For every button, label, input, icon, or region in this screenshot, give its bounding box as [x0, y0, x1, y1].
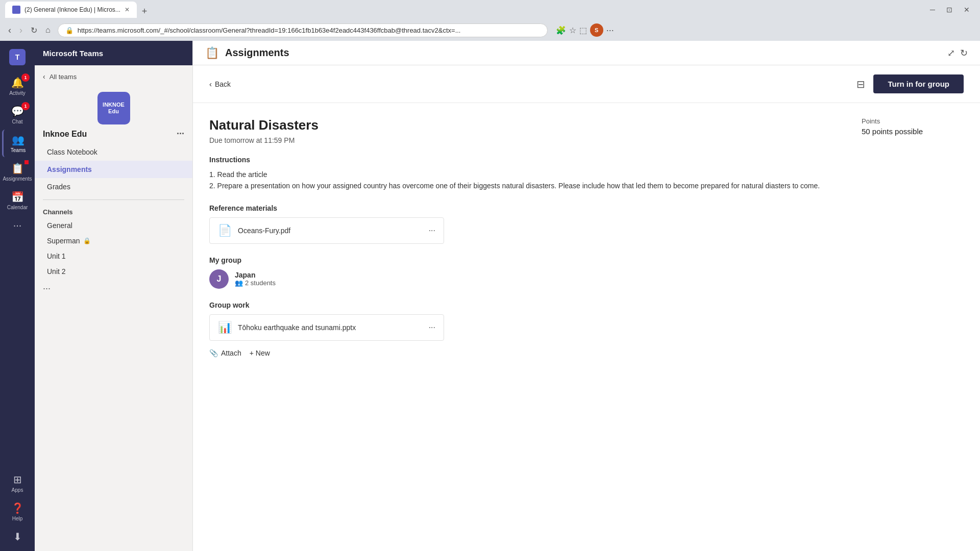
group-file-more-button[interactable]: ··· — [429, 323, 435, 332]
header-icon-area: 📋 Assignments — [205, 46, 289, 60]
browser-extra-buttons: 🧩 ☆ ⬚ S ··· — [556, 23, 614, 37]
channel-unit1[interactable]: Unit 1 — [35, 248, 192, 264]
superman-channel-label: Superman — [47, 237, 80, 245]
reference-section: Reference materials 📄 Oceans-Fury.pdf ··… — [209, 204, 837, 244]
sidebar-nav-class-notebook[interactable]: Class Notebook — [35, 143, 192, 161]
group-label: My group — [209, 256, 837, 264]
url-bar[interactable]: 🔒 https://teams.microsoft.com/_#/school/… — [58, 23, 548, 37]
apps-label: Apps — [12, 487, 23, 493]
expand-button[interactable]: ⤢ — [947, 47, 955, 59]
window-controls: ─ ⊡ ✕ — [925, 5, 975, 15]
sidebar-nav-assignments[interactable]: Assignments — [35, 161, 192, 178]
header-actions: ⤢ ↻ — [947, 47, 968, 59]
turn-in-button[interactable]: Turn in for group — [873, 74, 964, 93]
minimize-button[interactable]: ─ — [925, 5, 940, 15]
tab-close-icon[interactable]: ✕ — [125, 6, 130, 13]
browser-tabs: (2) General (Inknoe Edu) | Micros... ✕ + — [5, 2, 151, 18]
instructions-section: Instructions 1. Read the article 2. Prep… — [209, 156, 837, 192]
new-tab-button[interactable]: + — [138, 5, 152, 18]
home-nav-button[interactable]: ⌂ — [42, 23, 54, 37]
new-label: + New — [250, 349, 270, 357]
sidebar-nav-grades[interactable]: Grades — [35, 178, 192, 195]
user-avatar-browser[interactable]: S — [590, 23, 603, 37]
main-header: 📋 Assignments ⤢ ↻ — [193, 41, 980, 65]
close-button[interactable]: ✕ — [959, 5, 975, 15]
rail-more[interactable]: ··· — [2, 215, 33, 235]
url-text: https://teams.microsoft.com/_#/school/cl… — [78, 27, 540, 34]
refresh-nav-button[interactable]: ↻ — [28, 23, 40, 37]
attach-button[interactable]: 📎 Attach — [209, 346, 241, 360]
reference-file-more-button[interactable]: ··· — [429, 226, 435, 235]
chat-label: Chat — [12, 119, 22, 124]
channel-unit2[interactable]: Unit 2 — [35, 264, 192, 279]
forward-nav-button[interactable]: › — [16, 23, 26, 38]
superman-lock-icon: 🔒 — [83, 237, 91, 244]
assignments-nav-label: Assignments — [47, 165, 92, 173]
instructions-text: 1. Read the article 2. Prepare a present… — [209, 169, 837, 192]
sidebar: Microsoft Teams ‹ All teams INKNOEEdu In… — [35, 41, 193, 551]
reference-file-card: 📄 Oceans-Fury.pdf ··· — [209, 217, 444, 244]
tab-favicon — [12, 6, 20, 14]
reference-file-name: Oceans-Fury.pdf — [238, 227, 423, 235]
app-layout: T 1 🔔 Activity 1 💬 Chat 👥 Teams 📋 Assign… — [0, 41, 980, 551]
all-teams-nav[interactable]: ‹ All teams — [35, 65, 192, 88]
rail-item-assignments[interactable]: 📋 Assignments — [2, 158, 33, 186]
main-panel: 📋 Assignments ⤢ ↻ ‹ Back ⊟ Turn in for g… — [193, 41, 980, 551]
tab-title: (2) General (Inknoe Edu) | Micros... — [24, 6, 120, 13]
refresh-button[interactable]: ↻ — [960, 47, 968, 59]
rail-item-activity[interactable]: 1 🔔 Activity — [2, 72, 33, 100]
pdf-file-icon: 📄 — [218, 224, 232, 237]
rail-item-teams[interactable]: 👥 Teams — [2, 130, 33, 157]
back-label: Back — [215, 80, 231, 88]
activity-label: Activity — [9, 90, 26, 96]
team-more-button[interactable]: ··· — [177, 129, 184, 139]
sidebar-divider — [43, 199, 184, 200]
maximize-button[interactable]: ⊡ — [941, 5, 958, 15]
channel-general[interactable]: General — [35, 218, 192, 233]
left-rail: T 1 🔔 Activity 1 💬 Chat 👥 Teams 📋 Assign… — [0, 41, 35, 551]
unit2-channel-label: Unit 2 — [47, 267, 66, 276]
apps-icon: ⊞ — [13, 473, 22, 486]
more-dots-icon: ··· — [13, 219, 22, 231]
unit1-channel-label: Unit 1 — [47, 252, 66, 260]
back-button[interactable]: ‹ Back — [209, 80, 231, 88]
collections-button[interactable]: ⬚ — [579, 26, 587, 35]
group-details: Japan 👥 2 students — [235, 271, 276, 287]
rail-item-calendar[interactable]: 📅 Calendar — [2, 187, 33, 214]
nav-buttons: ‹ › ↻ ⌂ — [5, 23, 54, 38]
rail-item-apps[interactable]: ⊞ Apps — [2, 469, 33, 497]
header-title: Assignments — [225, 47, 289, 59]
download-icon: ⬇ — [13, 531, 22, 543]
group-work-file-name: Tōhoku earthquake and tsunami.pptx — [238, 323, 423, 332]
favorites-button[interactable]: ☆ — [569, 26, 576, 35]
toolbar-right: ⊟ Turn in for group — [856, 74, 964, 93]
channel-superman[interactable]: Superman 🔒 — [35, 233, 192, 248]
rail-item-download[interactable]: ⬇ — [2, 527, 33, 547]
students-icon: 👥 — [235, 279, 243, 287]
sidebar-nav: Class Notebook Assignments Grades — [35, 143, 192, 195]
assignments-label: Assignments — [3, 176, 32, 182]
assignment-due: Due tomorrow at 11:59 PM — [209, 136, 837, 144]
teams-logo-icon: T — [9, 49, 26, 65]
rail-item-chat[interactable]: 1 💬 Chat — [2, 101, 33, 129]
browser-more-button[interactable]: ··· — [606, 25, 614, 36]
teams-icon: 👥 — [12, 134, 24, 146]
class-notebook-label: Class Notebook — [47, 148, 97, 156]
back-nav-button[interactable]: ‹ — [5, 23, 14, 38]
calendar-icon: 📅 — [11, 191, 24, 203]
back-chevron-icon: ‹ — [209, 80, 212, 88]
url-lock-icon: 🔒 — [65, 27, 74, 34]
sidebar-dots-more[interactable]: ··· — [35, 279, 192, 298]
rubric-button[interactable]: ⊟ — [856, 78, 865, 90]
team-avatar-text: INKNOEEdu — [103, 102, 125, 115]
group-work-file-card: 📊 Tōhoku earthquake and tsunami.pptx ··· — [209, 314, 444, 341]
attach-icon: 📎 — [209, 349, 218, 357]
activity-badge: 1 — [21, 73, 30, 82]
app-topbar: Microsoft Teams — [35, 41, 192, 65]
app-logo-area: T — [9, 45, 26, 71]
new-file-button[interactable]: + New — [250, 346, 270, 360]
browser-tab-active[interactable]: (2) General (Inknoe Edu) | Micros... ✕ — [5, 2, 137, 18]
rail-item-help[interactable]: ❓ Help — [2, 498, 33, 525]
all-teams-label: All teams — [50, 73, 77, 81]
extensions-button[interactable]: 🧩 — [556, 26, 566, 35]
